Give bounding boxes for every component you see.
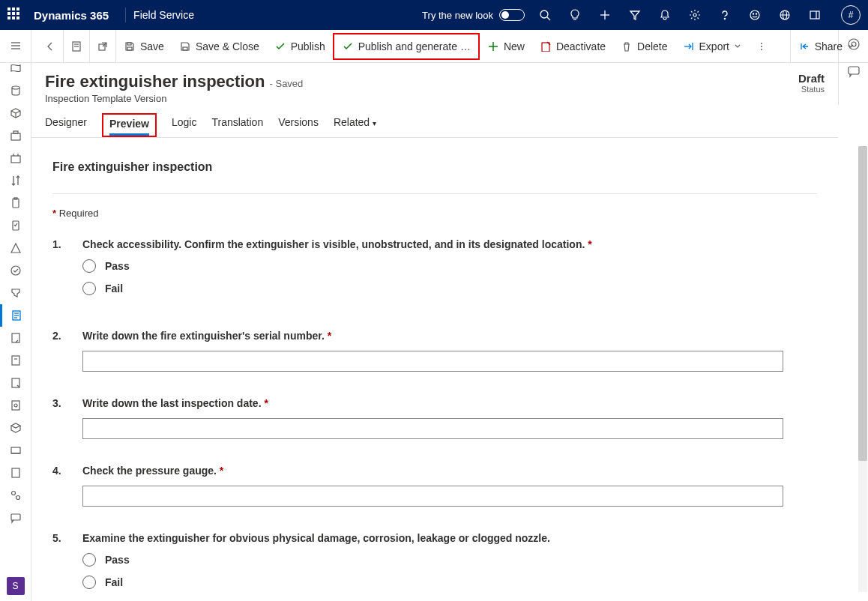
- tab-logic[interactable]: Logic: [172, 116, 196, 137]
- share-icon: [798, 40, 810, 52]
- svg-rect-32: [12, 333, 19, 342]
- save-close-button[interactable]: Save & Close: [172, 30, 267, 62]
- svg-line-1: [547, 17, 550, 20]
- save-button[interactable]: Save: [116, 30, 172, 62]
- publish-button[interactable]: Publish: [267, 30, 333, 62]
- open-new-window-icon[interactable]: [90, 30, 115, 62]
- svg-point-27: [11, 266, 20, 275]
- tab-related[interactable]: Related▾: [334, 116, 376, 137]
- search-icon[interactable]: [538, 8, 552, 22]
- question-3: 3. Write down the last inspection date. …: [52, 397, 817, 439]
- svg-point-58: [761, 43, 762, 44]
- rail-item-3[interactable]: [0, 102, 31, 124]
- rail-item-13[interactable]: [0, 349, 31, 372]
- delete-button[interactable]: Delete: [613, 30, 675, 62]
- share-button[interactable]: Share: [791, 30, 862, 62]
- form-selector-icon[interactable]: [64, 30, 89, 62]
- rail-item-5[interactable]: [0, 147, 31, 169]
- radio-icon[interactable]: [82, 259, 96, 273]
- plus-icon[interactable]: [598, 8, 612, 22]
- back-button[interactable]: [37, 30, 63, 62]
- rail-item-14[interactable]: [0, 372, 31, 394]
- rail-chat-icon[interactable]: [0, 507, 31, 529]
- tab-designer[interactable]: Designer: [45, 116, 87, 137]
- rail-item-6[interactable]: [0, 169, 31, 192]
- question-text: Write down the last inspection date. *: [82, 397, 817, 409]
- help-icon[interactable]: [718, 8, 732, 22]
- app-name-label[interactable]: Field Service: [133, 9, 194, 21]
- rail-item-10[interactable]: [0, 259, 31, 282]
- tab-preview[interactable]: Preview: [102, 113, 157, 137]
- svg-point-59: [761, 46, 762, 47]
- rail-item-12[interactable]: [0, 327, 31, 349]
- bell-icon[interactable]: [658, 8, 672, 22]
- rail-item-9[interactable]: [0, 237, 31, 259]
- question-text: Check accessibility. Confirm the extingu…: [82, 238, 817, 250]
- brand-divider: [125, 7, 126, 22]
- rail-item-2[interactable]: [0, 79, 31, 102]
- try-new-look[interactable]: Try the new look: [422, 9, 525, 21]
- rail-item-7[interactable]: [0, 192, 31, 214]
- tab-versions[interactable]: Versions: [278, 116, 319, 137]
- svg-point-5: [693, 13, 696, 16]
- svg-point-9: [756, 13, 756, 14]
- svg-rect-38: [11, 447, 20, 453]
- radio-option-fail[interactable]: Fail: [82, 576, 817, 589]
- new-button[interactable]: New: [480, 30, 532, 62]
- svg-rect-19: [11, 133, 20, 140]
- svg-rect-36: [12, 401, 19, 410]
- publish-generate-button[interactable]: Publish and generate …: [333, 33, 480, 60]
- svg-point-42: [16, 496, 19, 500]
- rail-item-16[interactable]: [0, 417, 31, 439]
- app-launcher-icon[interactable]: [7, 7, 22, 22]
- rail-item-18[interactable]: [0, 462, 31, 484]
- radio-icon[interactable]: [82, 553, 96, 567]
- serial-number-input[interactable]: [82, 351, 783, 372]
- tab-translation[interactable]: Translation: [211, 116, 263, 137]
- brand-label: Dynamics 365: [34, 9, 109, 22]
- scrollbar-thumb[interactable]: [858, 146, 867, 461]
- export-button[interactable]: Export: [675, 30, 749, 62]
- rail-settings-icon[interactable]: [0, 484, 31, 507]
- plus-icon: [487, 40, 499, 52]
- chevron-down-icon: [734, 43, 741, 50]
- rail-item-4[interactable]: [0, 124, 31, 147]
- pressure-gauge-input[interactable]: [82, 486, 783, 507]
- svg-rect-52: [127, 43, 131, 45]
- emoji-icon[interactable]: [748, 8, 762, 22]
- teams-chat-icon[interactable]: [847, 64, 861, 78]
- radio-option-pass[interactable]: Pass: [82, 553, 817, 567]
- radio-icon[interactable]: [82, 576, 96, 589]
- question-text: Check the pressure gauge. *: [82, 465, 817, 477]
- svg-rect-13: [810, 11, 819, 19]
- radio-option-pass[interactable]: Pass: [82, 259, 817, 273]
- svg-point-8: [753, 13, 753, 14]
- gear-icon[interactable]: [688, 8, 702, 22]
- inspection-date-input[interactable]: [82, 418, 783, 439]
- svg-rect-20: [13, 131, 18, 133]
- area-switcher[interactable]: S: [7, 577, 25, 595]
- user-avatar[interactable]: #: [841, 5, 861, 25]
- filter-icon[interactable]: [628, 8, 642, 22]
- lightbulb-icon[interactable]: [568, 8, 582, 22]
- deactivate-button[interactable]: Deactivate: [532, 30, 613, 62]
- rail-item-17[interactable]: [0, 439, 31, 462]
- preview-content: Fire extinguisher inspection * Required …: [31, 138, 838, 601]
- rail-item-active[interactable]: [0, 304, 31, 327]
- status-label: Status: [798, 85, 825, 94]
- scrollbar-track[interactable]: [858, 146, 867, 592]
- svg-rect-24: [13, 199, 19, 208]
- export-icon: [683, 40, 695, 52]
- radio-icon[interactable]: [82, 282, 96, 295]
- panel-icon[interactable]: [808, 8, 822, 22]
- rail-item-8[interactable]: [0, 214, 31, 237]
- rail-item-15[interactable]: [0, 394, 31, 417]
- question-5: 5. Examine the extinguisher for obvious …: [52, 532, 817, 598]
- question-text: Write down the fire extinguisher's seria…: [82, 330, 817, 342]
- globe-icon[interactable]: [778, 8, 792, 22]
- overflow-button[interactable]: [749, 30, 774, 62]
- rail-item-11[interactable]: [0, 282, 31, 304]
- svg-point-41: [11, 492, 15, 495]
- try-new-look-toggle[interactable]: [499, 9, 525, 21]
- radio-option-fail[interactable]: Fail: [82, 282, 817, 295]
